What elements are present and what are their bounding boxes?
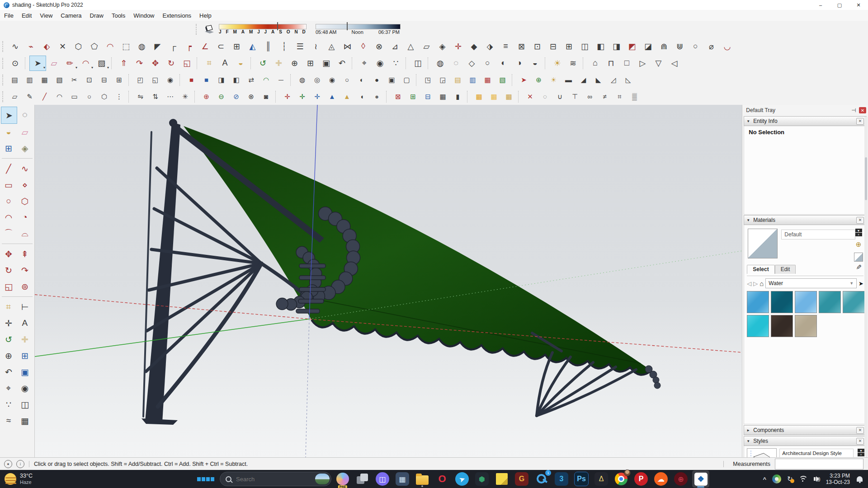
dimensions-icon[interactable]: ⊢ — [17, 299, 33, 315]
toolbar-drag-handle[interactable] — [2, 41, 5, 52]
wifi-icon[interactable] — [799, 476, 808, 483]
pan-icon[interactable]: ✚ — [271, 56, 287, 70]
mirror-gem-icon[interactable]: ⬗ — [482, 39, 498, 54]
zoom-window-icon[interactable]: ⊞ — [17, 347, 33, 364]
hidden-line-icon[interactable]: ○ — [480, 56, 495, 70]
push-pull-icon[interactable]: ⇞ — [17, 246, 33, 262]
text-icon[interactable]: A — [217, 56, 233, 70]
move-icon[interactable]: ✥ — [1, 246, 16, 262]
styles-header[interactable]: ▼ Styles ✕ — [744, 436, 867, 446]
pyramid-gold-icon[interactable]: ▲ — [340, 89, 354, 104]
plusbox-icon[interactable]: ⊞ — [561, 39, 577, 54]
zoom-extents-icon[interactable]: ▣ — [318, 56, 334, 70]
select-icon[interactable]: ➤▾ — [29, 56, 46, 71]
north-arrow-icon[interactable]: ➤ — [516, 73, 531, 87]
corner-pull-icon[interactable]: ◤ — [150, 39, 165, 54]
collapse-arrow-icon[interactable]: ▼ — [746, 218, 750, 222]
material-name-field[interactable]: Default — [781, 230, 855, 239]
corner-br-icon[interactable]: ◪ — [640, 39, 656, 54]
autodesk-app-app-icon[interactable]: ⬢ — [473, 470, 491, 488]
style-builder-icon[interactable]: ✎ — [22, 89, 37, 104]
menu-file[interactable]: File — [0, 10, 18, 21]
slope-a-icon[interactable]: ◢ — [576, 73, 591, 87]
show-hide-icon[interactable]: ◉ — [163, 73, 178, 87]
half-right-icon[interactable]: ◨ — [609, 39, 624, 54]
materials-close-icon[interactable]: ✕ — [856, 217, 864, 224]
image-export-icon[interactable]: ▢ — [399, 73, 414, 87]
face-front-icon[interactable]: ◨ — [214, 73, 229, 87]
components-header[interactable]: ► Components ✕ — [744, 425, 867, 435]
crimson-app-app-icon[interactable]: ⊕ — [672, 470, 689, 488]
zoom-tool-icon[interactable]: ⊙ — [7, 56, 23, 70]
small-line-icon[interactable]: ╱ — [37, 89, 52, 104]
toolbar-drag-handle[interactable] — [2, 58, 5, 69]
axis-red-icon[interactable]: ✛ — [280, 89, 295, 104]
home-icon[interactable]: ⌂ — [760, 280, 764, 287]
copy-icon[interactable]: ⊡ — [82, 73, 97, 87]
menu-camera[interactable]: Camera — [57, 10, 85, 21]
chrome-app-icon[interactable] — [613, 470, 630, 488]
zoom-window-icon[interactable]: ⊞ — [302, 56, 318, 70]
scale-icon[interactable]: ◱ — [1, 278, 16, 295]
back-view-icon[interactable]: ▽ — [651, 56, 666, 70]
model-info-icon[interactable]: ▧ — [52, 73, 67, 87]
small-arc-icon[interactable]: ◠ — [52, 89, 67, 104]
surface-smooth-icon[interactable]: ◠ — [259, 73, 274, 87]
dropdown-caret[interactable]: ▾ — [107, 66, 109, 70]
delete-tool-icon[interactable]: ✕ — [523, 89, 538, 104]
toolbar-drag-handle[interactable] — [2, 91, 5, 102]
position-camera-icon[interactable]: ⌖ — [356, 56, 372, 70]
walk-icon[interactable]: ∵ — [1, 396, 16, 413]
line-icon[interactable]: ╱ — [1, 160, 16, 177]
round-corner-icon[interactable]: ┌ — [165, 39, 181, 54]
push-pull-icon[interactable]: ⇑ — [116, 56, 132, 70]
tape-measure-icon[interactable]: ⌗ — [201, 56, 217, 70]
union-tool-icon[interactable]: ⋒ — [656, 39, 672, 54]
left-view-icon[interactable]: ◁ — [666, 56, 682, 70]
camera-tool-icon[interactable]: ▣ — [384, 73, 399, 87]
front-view-icon[interactable]: □ — [619, 56, 635, 70]
components-close-icon[interactable]: ✕ — [856, 427, 864, 434]
collapsed-arrow-icon[interactable]: ► — [746, 428, 750, 432]
divide-icon[interactable]: ⋮ — [112, 89, 127, 104]
iso-view-icon[interactable]: ⌂ — [587, 56, 603, 70]
grid-toggle-icon[interactable]: ▒ — [627, 89, 642, 104]
materials-header[interactable]: ▼ Materials ✕ — [744, 215, 867, 225]
notifications-bell-icon[interactable] — [857, 476, 863, 482]
lens-half-icon[interactable]: ◐ — [354, 73, 369, 87]
shadows-toggle-icon[interactable]: ☀ — [549, 56, 565, 70]
ramp-icon[interactable]: ◿ — [606, 73, 621, 87]
offset-curve-icon[interactable]: ⊂ — [213, 39, 229, 54]
layout-send-icon[interactable]: ▱ — [7, 89, 22, 104]
outer-shell-icon[interactable]: ◙ — [259, 89, 274, 104]
rectangle-icon[interactable]: ▭ — [1, 177, 16, 193]
search-input[interactable] — [235, 475, 296, 483]
axis-green-icon[interactable]: ✛ — [295, 89, 310, 104]
position-camera-icon[interactable]: ⌖ — [1, 380, 16, 396]
circle-path-icon[interactable]: ○ — [688, 39, 703, 54]
prism-tool-icon[interactable]: ◭ — [245, 39, 260, 54]
lasso-tool-icon[interactable]: ◌ — [538, 89, 552, 104]
zoom-icon[interactable]: ⊕ — [287, 56, 302, 70]
paste-in-place-icon[interactable]: ⊞ — [112, 73, 127, 87]
menu-window[interactable]: Window — [129, 10, 158, 21]
dropdown-caret[interactable]: ▾ — [75, 66, 77, 70]
toolbar-drag-handle[interactable] — [196, 24, 198, 35]
calculator-app-icon[interactable]: ▦ — [394, 470, 411, 488]
wedge-icon[interactable]: ◺ — [621, 73, 636, 87]
section-plane-icon[interactable]: ◫ — [410, 56, 426, 70]
dome-icon[interactable]: ◖ — [354, 89, 369, 104]
polygon-icon[interactable]: ⬡ — [17, 193, 33, 209]
paint-bucket-icon[interactable]: ◒ — [233, 56, 249, 70]
lasso-select-icon[interactable]: ◌ — [17, 107, 33, 123]
details-arrow-icon[interactable]: ➤ — [859, 280, 863, 287]
section-plane-icon[interactable]: ◫ — [17, 396, 33, 413]
collapse-arrow-icon[interactable]: ▼ — [746, 439, 750, 443]
freeform-shape-icon[interactable]: ⬠ — [86, 39, 102, 54]
telegram-app-icon[interactable]: ➤ — [453, 470, 471, 488]
shapes-icon[interactable]: ▧▾ — [94, 56, 109, 70]
surface-flat-icon[interactable]: ─ — [274, 73, 288, 87]
open-model-icon[interactable]: ▤ — [7, 73, 22, 87]
material-swatch-pebbles-dark[interactable] — [771, 315, 793, 337]
make-component-icon[interactable]: ⊞ — [1, 140, 16, 156]
